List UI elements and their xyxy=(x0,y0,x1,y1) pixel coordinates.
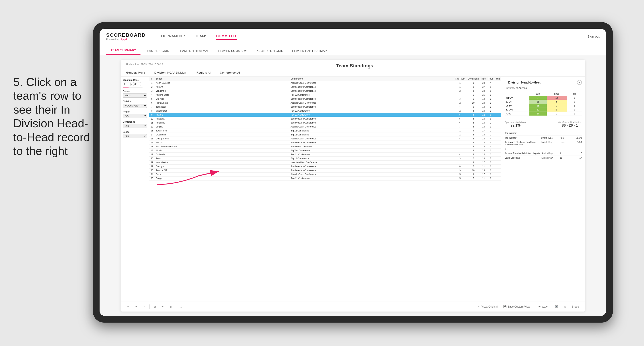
table-row[interactable]: 20 Texas Big 12 Conference 3 7 20 7 xyxy=(149,157,501,161)
right-panel: In Division Head-to-Head ✕ University of… xyxy=(501,77,585,302)
table-row[interactable]: 3 Vanderbilt Southeastern Conference 2 8… xyxy=(149,89,501,93)
division-select[interactable]: NCAA Division I xyxy=(123,104,147,108)
h2h-row-top10[interactable]: Top 10 3 13 0 xyxy=(505,96,582,100)
cell-rank: 6 xyxy=(149,101,154,105)
cell-tour: 2 xyxy=(487,133,494,137)
sign-out-link[interactable]: | Sign out xyxy=(586,34,600,38)
nav-teams[interactable]: TEAMS xyxy=(195,33,207,40)
nav-tournaments[interactable]: TOURNAMENTS xyxy=(159,33,186,40)
toolbar-save-custom[interactable]: 💾 Save Custom View xyxy=(502,304,532,309)
max-rounds-input[interactable] xyxy=(133,82,141,86)
min-rounds-separator: - xyxy=(132,83,132,86)
cell-reg-rank: 2 xyxy=(454,89,466,93)
min-rounds-slider[interactable] xyxy=(123,87,143,87)
subnav-player-h2h-heatmap[interactable]: PLAYER H2H HEATMAP xyxy=(288,47,332,55)
cell-reg-rank: 1 xyxy=(454,85,466,89)
toolbar-sep-2 xyxy=(176,305,176,309)
cell-rank: 22 xyxy=(149,165,154,169)
table-row[interactable]: 10 Alabama Southeastern Conference 5 8 2… xyxy=(149,117,501,121)
toolbar-comment[interactable]: 💬 xyxy=(553,304,560,309)
h2h-row-1125[interactable]: 11-25 11 8 0 xyxy=(505,100,582,104)
table-row[interactable]: 9 Arizona Pac-12 Conference 5 8 22 3 xyxy=(149,113,501,117)
table-row[interactable]: 17 East Tennessee State Southern Confere… xyxy=(149,145,501,149)
table-row[interactable]: 25 Oregon Pac-12 Conference 5 7 21 0 xyxy=(149,176,501,180)
cell-conference: Southeastern Conference xyxy=(289,169,454,173)
toolbar-view-original[interactable]: 👁 View: Original xyxy=(476,304,499,309)
cell-school: Arizona xyxy=(154,113,289,117)
cell-tour: 0 xyxy=(487,176,494,180)
cell-reg-rank: 9 xyxy=(454,169,466,173)
cell-conf-rank: 9 xyxy=(466,141,480,145)
table-row[interactable]: 21 New Mexico Mountain West Conference 1… xyxy=(149,161,501,165)
table-row[interactable]: 1 North Carolina Atlantic Coast Conferen… xyxy=(149,81,501,85)
tourn-name-4: Cabo Collegiate xyxy=(505,157,541,159)
subnav-team-h2h-heatmap[interactable]: TEAM H2H HEATMAP xyxy=(174,47,214,55)
save-icon: 💾 xyxy=(503,305,506,308)
table-row[interactable]: 18 Illinois Big Ten Conference 1 9 26 3 xyxy=(149,149,501,153)
table-row[interactable]: 5 Ole Miss Southeastern Conference 3 6 1… xyxy=(149,97,501,101)
left-sidebar: Minimum Rou... - xyxy=(120,77,149,302)
table-row[interactable]: 7 Tennessee Southeastern Conference 4 6 … xyxy=(149,105,501,109)
cell-rds: 26 xyxy=(480,93,487,97)
cell-conf-rank: 8 xyxy=(466,153,480,157)
toolbar-forward[interactable]: → xyxy=(141,304,147,309)
h2h-row-100plus[interactable]: >100 27 0 0 xyxy=(505,112,582,116)
filter-region: Region: All xyxy=(196,71,211,74)
h2h-row-2650[interactable]: 26-50 25 2 1 xyxy=(505,104,582,108)
school-select[interactable]: (All) xyxy=(123,134,147,138)
toolbar-share[interactable]: Share xyxy=(570,304,581,309)
table-row[interactable]: 2 Auburn Southeastern Conference 1 9 27 … xyxy=(149,85,501,89)
h2h-col-range xyxy=(505,92,530,96)
table-row[interactable]: 23 Texas A&M Southeastern Conference 9 1… xyxy=(149,169,501,173)
cell-rank: 25 xyxy=(149,176,154,180)
toolbar-share-icon[interactable]: ⊕ xyxy=(562,304,568,309)
table-row[interactable]: 13 Texas Tech Big 12 Conference 1 9 27 2 xyxy=(149,129,501,133)
cell-conf-rank: 8 xyxy=(466,113,480,117)
table-row[interactable]: 22 Georgia Southeastern Conference 8 7 2… xyxy=(149,165,501,169)
cell-conference: Pac-12 Conference xyxy=(289,93,454,97)
subnav-team-summary[interactable]: TEAM SUMMARY xyxy=(106,46,140,55)
table-row[interactable]: 6 Florida State Atlantic Coast Conferenc… xyxy=(149,101,501,105)
cell-conference: Pac-12 Conference xyxy=(289,176,454,180)
cell-conf-rank: 6 xyxy=(466,93,480,97)
min-rounds-input[interactable] xyxy=(123,82,130,86)
col-reg-rank: Reg Rank xyxy=(454,77,466,81)
h2h-tie-2650: 1 xyxy=(567,104,582,108)
h2h-row-51100[interactable]: 51-100 20 3 0 xyxy=(505,108,582,112)
h2h-tie-100plus: 0 xyxy=(567,112,582,116)
table-row[interactable]: 24 Duke Atlantic Coast Conference 5 9 27… xyxy=(149,173,501,176)
close-button[interactable]: ✕ xyxy=(577,80,582,85)
nav-committee[interactable]: COMMITTEE xyxy=(216,33,238,40)
region-select[interactable]: N/A xyxy=(123,114,147,118)
subnav-player-summary[interactable]: PLAYER SUMMARY xyxy=(214,47,251,55)
table-row[interactable]: 11 Arkansas Southeastern Conference 6 8 … xyxy=(149,121,501,125)
cell-tour: 4 xyxy=(487,145,494,149)
toolbar-redo[interactable]: ↪ xyxy=(133,304,139,309)
cell-conf-rank: 8 xyxy=(466,145,480,149)
table-row[interactable]: 16 Florida Southeastern Conference 7 9 2… xyxy=(149,141,501,145)
table-row[interactable]: 4 Arizona State Pac-12 Conference 4 6 26… xyxy=(149,93,501,97)
table-row[interactable]: 8 Washington Pac-12 Conference 2 8 23 1 xyxy=(149,109,501,113)
cell-reg-rank: 5 xyxy=(454,176,466,180)
table-row[interactable]: 19 California Pac-12 Conference 4 8 24 2 xyxy=(149,153,501,157)
col-rds: Rds xyxy=(480,77,487,81)
cell-win xyxy=(494,149,501,153)
table-row[interactable]: 15 Georgia Tech Atlantic Coast Conferenc… xyxy=(149,137,501,141)
toolbar-watch[interactable]: 👁 Watch xyxy=(536,304,551,309)
toolbar-clock[interactable]: ⏱ xyxy=(178,304,184,309)
toolbar-grid[interactable]: ⊞ xyxy=(168,304,174,309)
toolbar-scissors[interactable]: ✂ xyxy=(160,304,166,309)
subnav-team-h2h-grid[interactable]: TEAM H2H GRID xyxy=(140,47,174,55)
wlt-value: 86 - 26 - 1 xyxy=(558,124,582,128)
filter-gender: Gender: Men's xyxy=(126,71,146,74)
toolbar-undo[interactable]: ↩ xyxy=(125,304,131,309)
tournament-section-title: Tournament xyxy=(505,132,582,136)
cell-rds: 23 xyxy=(480,145,487,149)
toolbar-crop[interactable]: ⊡ xyxy=(152,304,158,309)
tourn-score-1: 2-3-0 xyxy=(569,141,582,146)
table-row[interactable]: 14 Oklahoma Big 12 Conference 2 8 24 2 xyxy=(149,133,501,137)
gender-select[interactable]: Men's xyxy=(123,93,147,98)
table-row[interactable]: 12 Virginia Atlantic Coast Conference 3 … xyxy=(149,125,501,129)
subnav-player-h2h-grid[interactable]: PLAYER H2H GRID xyxy=(251,47,288,55)
conference-select[interactable]: (All) xyxy=(123,124,147,128)
